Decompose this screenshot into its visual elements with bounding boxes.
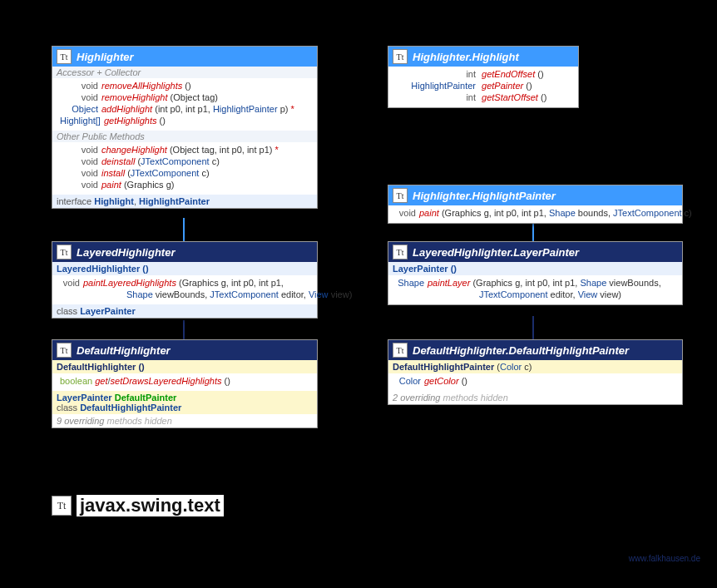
- box-footer: interface Highlight, HighlightPainter: [52, 195, 317, 208]
- hidden-note: 2 overriding methods hidden: [388, 391, 682, 404]
- methods: int getEndOffset () HighlightPainter get…: [388, 67, 578, 107]
- methods-accessor: voidremoveAllHighlights () voidremoveHig…: [52, 78, 317, 131]
- section-label: Accessor + Collector: [52, 67, 317, 78]
- type-icon: [57, 49, 72, 64]
- box-header: LayeredHighlighter.LayerPainter: [388, 242, 682, 262]
- box-header: LayeredHighlighter: [52, 242, 317, 262]
- box-layered-highlighter: LayeredHighlighter LayeredHighlighter ()…: [52, 241, 318, 319]
- type-icon: [393, 49, 408, 64]
- box-header: Highlighter.HighlightPainter: [388, 185, 682, 205]
- type-icon: [57, 343, 72, 358]
- methods-other: voidchangeHighlight (Object tag, int p0,…: [52, 142, 317, 195]
- box-header: DefaultHighlighter.DefaultHighlightPaint…: [388, 340, 682, 360]
- methods: ShapepaintLayer (Graphics g, int p0, int…: [388, 275, 682, 304]
- type-icon: [393, 343, 408, 358]
- box-default-highlight-painter: DefaultHighlighter.DefaultHighlightPaint…: [388, 339, 683, 405]
- package-label: javax.swing.text: [52, 495, 224, 516]
- type-icon: [393, 188, 408, 203]
- box-title: LayeredHighlighter.LayerPainter: [413, 246, 579, 259]
- constructor: DefaultHighlightPainter (Color c): [388, 360, 682, 373]
- connector: [183, 218, 185, 243]
- type-icon: [52, 496, 72, 516]
- box-highlighter: Highlighter Accessor + Collector voidrem…: [52, 46, 318, 209]
- constructor: LayeredHighlighter (): [52, 262, 317, 275]
- watermark: www.falkhausen.de: [629, 554, 700, 563]
- hidden-note: 9 overriding methods hidden: [52, 414, 317, 427]
- box-header: Highlighter: [52, 47, 317, 67]
- section-label: Other Public Methods: [52, 131, 317, 142]
- box-title: Highlighter.Highlight: [413, 51, 519, 63]
- methods: voidpaintLayeredHighlights (Graphics g, …: [52, 275, 317, 304]
- box-header: Highlighter.Highlight: [388, 47, 578, 67]
- methods: voidpaint (Graphics g, int p0, int p1, S…: [388, 205, 682, 223]
- type-icon: [57, 245, 72, 259]
- box-title: DefaultHighlighter: [77, 344, 171, 357]
- box-default-highlighter: DefaultHighlighter DefaultHighlighter ()…: [52, 339, 318, 428]
- package-name: javax.swing.text: [77, 495, 224, 516]
- box-footer: LayerPainter DefaultPainter class Defaul…: [52, 391, 317, 414]
- box-layer-painter: LayeredHighlighter.LayerPainter LayerPai…: [388, 241, 683, 305]
- constructor: LayerPainter (): [388, 262, 682, 275]
- box-highlight: Highlighter.Highlight int getEndOffset (…: [388, 46, 579, 108]
- connector: [183, 320, 185, 341]
- box-footer: class LayerPainter: [52, 304, 317, 318]
- box-highlight-painter: Highlighter.HighlightPainter voidpaint (…: [388, 185, 683, 224]
- methods: boolean get/setDrawsLayeredHighlights (): [52, 373, 317, 391]
- box-title: Highlighter: [77, 51, 134, 63]
- box-title: DefaultHighlighter.DefaultHighlightPaint…: [413, 344, 629, 357]
- type-icon: [393, 245, 408, 259]
- constructor: DefaultHighlighter (): [52, 360, 317, 373]
- box-title: LayeredHighlighter: [77, 246, 175, 259]
- methods: ColorgetColor (): [388, 373, 682, 391]
- box-title: Highlighter.HighlightPainter: [413, 190, 556, 202]
- box-header: DefaultHighlighter: [52, 340, 317, 360]
- connector: [532, 316, 534, 341]
